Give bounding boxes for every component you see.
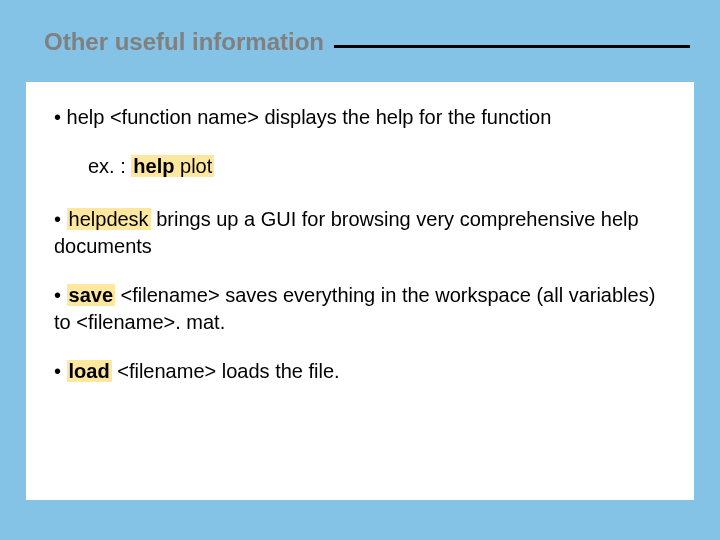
bullet-help: • help <function name> displays the help… (54, 104, 666, 131)
slide-title: Other useful information (44, 28, 324, 56)
bullet-prefix: • (54, 208, 67, 230)
slide-body: • help <function name> displays the help… (26, 82, 694, 500)
title-underline (334, 45, 690, 48)
bullet-prefix: • (54, 284, 67, 306)
example-line: ex. : help plot (88, 153, 666, 180)
helpdesk-command: helpdesk (67, 208, 151, 230)
example-highlight: help plot (131, 155, 214, 177)
bullet-helpdesk: • helpdesk brings up a GUI for browsing … (54, 206, 666, 260)
load-command: load (67, 360, 112, 382)
example-prefix: ex. : (88, 155, 131, 177)
bullet-prefix: • (54, 360, 67, 382)
help-command: help (67, 106, 105, 128)
example-cmd: help (133, 155, 174, 177)
bullet-save: • save <filename> saves everything in th… (54, 282, 666, 336)
bullet-prefix: • (54, 106, 67, 128)
title-row: Other useful information (44, 28, 690, 56)
load-rest: loads the file. (222, 360, 340, 382)
save-arg: <filename> (115, 284, 225, 306)
help-arg: <function name> (104, 106, 264, 128)
help-rest: displays the help for the function (264, 106, 551, 128)
slide: Other useful information • help <functio… (0, 0, 720, 540)
save-command: save (67, 284, 116, 306)
load-arg: <filename> (112, 360, 222, 382)
example-arg: plot (174, 155, 212, 177)
bullet-load: • load <filename> loads the file. (54, 358, 666, 385)
